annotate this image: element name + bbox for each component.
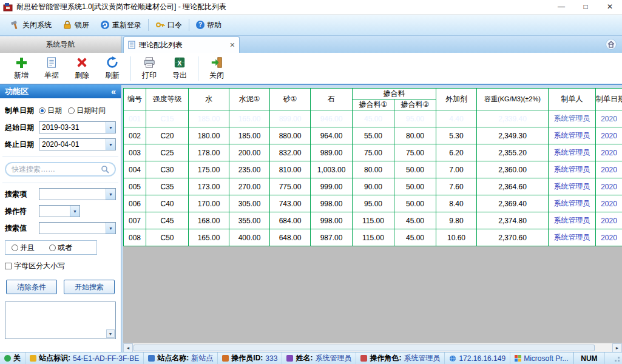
- scroll-left-icon[interactable]: ◄: [123, 343, 133, 352]
- table-empty-area: [123, 246, 622, 343]
- operator-select[interactable]: ▼: [39, 205, 80, 217]
- close-button[interactable]: ✕: [598, 0, 622, 14]
- station-name-value: 新站点: [191, 353, 213, 363]
- col-sand[interactable]: 砂①: [270, 89, 311, 110]
- document-button[interactable]: 单据: [36, 55, 67, 83]
- table-row[interactable]: 008C50165.00400.00648.00987.00115.0045.0…: [124, 229, 622, 246]
- cell-creator: 系统管理员: [549, 212, 596, 229]
- end-date-select[interactable]: 2020-04-01 ▼: [39, 138, 116, 150]
- col-cement[interactable]: 水泥①: [229, 89, 270, 110]
- search-buttons-row: 清除条件 开始搜索: [6, 280, 116, 294]
- radio-icon: [39, 107, 46, 114]
- scroll-down-icon[interactable]: ▼: [106, 329, 115, 338]
- table-row[interactable]: 005C35173.00270.00775.00999.0090.0050.00…: [124, 178, 622, 195]
- cell-creator: 系统管理员: [549, 229, 596, 246]
- station-id-icon: [30, 355, 36, 362]
- nav-tab-label: 系统导航: [46, 39, 75, 50]
- chevron-down-icon[interactable]: ▼: [106, 189, 115, 200]
- lock-screen-button[interactable]: 锁屏: [57, 17, 95, 33]
- table-row[interactable]: 006C40170.00305.00743.00998.0095.0050.00…: [124, 195, 622, 212]
- table-row[interactable]: 007C45168.00355.00684.00998.00115.0045.0…: [124, 212, 622, 229]
- delete-button[interactable]: 删除: [67, 55, 97, 83]
- col-date[interactable]: 制单日期: [596, 89, 622, 110]
- status-name: 姓名: 系统管理员: [282, 352, 356, 364]
- home-button[interactable]: [606, 39, 617, 50]
- scroll-right-icon[interactable]: ►: [612, 343, 622, 352]
- collapse-panel-icon[interactable]: «: [111, 87, 116, 96]
- search-result-listbox[interactable]: ▼: [5, 302, 116, 339]
- chevron-down-icon[interactable]: ▼: [70, 206, 79, 217]
- status-operator-id: 操作员ID: 333: [218, 352, 282, 364]
- search-value-select[interactable]: ▼: [39, 222, 116, 234]
- title-bar: 耐思砼智能管理系统1.0[武汉黄岗市砼顺建材公司] - 理论配比列表 — □ ✕: [0, 0, 622, 15]
- clear-conditions-button[interactable]: 清除条件: [6, 280, 57, 294]
- cell-cement: 355.00: [229, 212, 270, 229]
- close-tab-label: 关闭: [209, 70, 224, 81]
- col-stone[interactable]: 石: [311, 89, 353, 110]
- case-sensitive-checkbox[interactable]: 字母区分大小写: [5, 261, 116, 271]
- table-row[interactable]: 003C25178.00200.00832.00989.0075.0075.00…: [124, 144, 622, 161]
- status-ip: 172.16.16.149: [445, 352, 510, 364]
- cell-adm2: 50.00: [394, 178, 436, 195]
- operator-role-value: 系统管理员: [404, 353, 440, 363]
- cell-sand: 880.00: [270, 127, 311, 144]
- toolbar-separator: [148, 19, 149, 31]
- chevron-down-icon[interactable]: ▼: [106, 122, 115, 133]
- start-search-button[interactable]: 开始搜索: [64, 280, 115, 294]
- export-label: 导出: [172, 70, 187, 81]
- status-station-name: 站点名称: 新站点: [144, 352, 218, 364]
- col-adm1[interactable]: 掺合料①: [353, 99, 394, 110]
- cell-creator: 系统管理员: [549, 110, 596, 127]
- refresh-button[interactable]: 刷新: [97, 55, 127, 83]
- date-radio[interactable]: 日期: [39, 106, 62, 116]
- cell-date: 2020: [596, 178, 622, 195]
- tab-system-navigation[interactable]: 系统导航: [0, 36, 121, 53]
- cell-no: 007: [124, 212, 146, 229]
- col-water[interactable]: 水: [189, 89, 229, 110]
- table-row[interactable]: 004C30175.00235.00810.001,003.0080.0050.…: [124, 161, 622, 178]
- col-creator[interactable]: 制单人: [549, 89, 596, 110]
- or-radio[interactable]: 或者: [49, 243, 72, 253]
- cell-adm2: 45.00: [394, 212, 436, 229]
- minimize-button[interactable]: —: [549, 0, 573, 14]
- horizontal-scrollbar[interactable]: ◄ ►: [123, 343, 622, 352]
- add-button[interactable]: 新增: [6, 55, 36, 83]
- chevron-down-icon[interactable]: ▼: [106, 139, 115, 150]
- tab-close-icon[interactable]: ×: [230, 41, 235, 49]
- microsoft-icon: [515, 355, 521, 362]
- export-button[interactable]: X 导出: [164, 55, 195, 83]
- col-no[interactable]: 编号: [124, 89, 146, 110]
- col-grade[interactable]: 强度等级: [146, 89, 189, 110]
- col-adm2[interactable]: 掺合料②: [394, 99, 436, 110]
- refresh-label: 刷新: [105, 70, 120, 81]
- quick-search-input[interactable]: [12, 165, 101, 174]
- datetime-radio[interactable]: 日期时间: [68, 106, 106, 116]
- operator-row: 操作符 ▼: [5, 205, 116, 217]
- cell-cement: 185.00: [229, 127, 270, 144]
- maximize-button[interactable]: □: [573, 0, 598, 14]
- num-lock-label: NUM: [581, 354, 597, 363]
- print-button[interactable]: 打印: [134, 55, 164, 83]
- start-date-select[interactable]: 2019-03-31 ▼: [39, 121, 116, 133]
- relogin-button[interactable]: 重新登录: [95, 17, 147, 33]
- scrollbar-thumb[interactable]: [134, 345, 595, 351]
- ip-value: 172.16.16.149: [459, 354, 505, 363]
- close-system-button[interactable]: 关闭系统: [5, 17, 57, 33]
- search-item-select[interactable]: ▼: [39, 188, 116, 200]
- operator-role-icon: [360, 355, 367, 362]
- table-row[interactable]: 002C20180.00185.00880.00964.0055.0080.00…: [124, 127, 622, 144]
- table-row[interactable]: 001C15185.00165.00899.00946.0045.0095.00…: [124, 110, 622, 127]
- help-button[interactable]: ? 帮助: [191, 17, 227, 33]
- quick-search-box[interactable]: [5, 162, 116, 177]
- chevron-down-icon[interactable]: ▼: [106, 223, 115, 234]
- resize-grip[interactable]: [605, 352, 622, 364]
- and-radio[interactable]: 并且: [12, 243, 35, 253]
- lock-screen-label: 锁屏: [75, 20, 89, 30]
- close-tab-button[interactable]: 关闭: [201, 55, 232, 83]
- col-additive[interactable]: 外加剂: [436, 89, 477, 110]
- password-button[interactable]: 口令: [150, 17, 188, 33]
- col-density[interactable]: 容重(KG/M3)(±2%): [477, 89, 549, 110]
- cell-creator: 系统管理员: [549, 178, 596, 195]
- tab-theory-mix-list[interactable]: 理论配比列表 ×: [123, 36, 240, 53]
- operator-name-icon: [286, 355, 293, 362]
